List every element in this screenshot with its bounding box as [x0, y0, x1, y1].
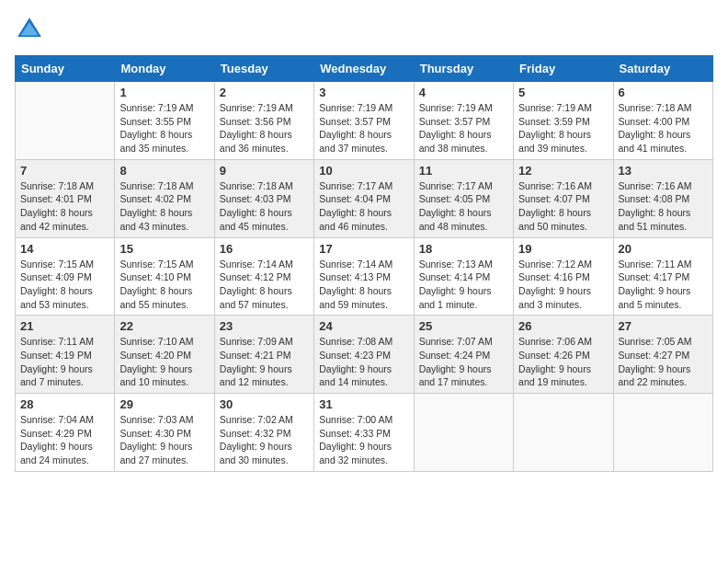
- day-info: Sunrise: 7:14 AM Sunset: 4:13 PM Dayligh…: [319, 258, 408, 312]
- calendar-cell: 11Sunrise: 7:17 AM Sunset: 4:05 PM Dayli…: [414, 159, 513, 237]
- calendar-cell: 7Sunrise: 7:18 AM Sunset: 4:01 PM Daylig…: [16, 159, 115, 237]
- day-info: Sunrise: 7:15 AM Sunset: 4:10 PM Dayligh…: [119, 258, 209, 312]
- calendar-cell: 8Sunrise: 7:18 AM Sunset: 4:02 PM Daylig…: [115, 159, 214, 237]
- day-info: Sunrise: 7:02 AM Sunset: 4:32 PM Dayligh…: [220, 413, 309, 467]
- day-number: 18: [419, 242, 508, 256]
- calendar-cell: 22Sunrise: 7:10 AM Sunset: 4:20 PM Dayli…: [115, 316, 214, 394]
- day-info: Sunrise: 7:18 AM Sunset: 4:03 PM Dayligh…: [220, 179, 309, 234]
- calendar-cell: 6Sunrise: 7:18 AM Sunset: 4:00 PM Daylig…: [613, 82, 712, 160]
- day-number: 11: [419, 164, 508, 178]
- day-number: 27: [619, 319, 708, 333]
- day-info: Sunrise: 7:15 AM Sunset: 4:09 PM Dayligh…: [20, 258, 109, 312]
- calendar-cell: 2Sunrise: 7:19 AM Sunset: 3:56 PM Daylig…: [214, 82, 313, 160]
- day-number: 24: [319, 319, 408, 333]
- day-number: 30: [220, 397, 309, 411]
- col-header-saturday: Saturday: [613, 56, 712, 82]
- day-number: 20: [619, 242, 708, 256]
- calendar-cell: 21Sunrise: 7:11 AM Sunset: 4:19 PM Dayli…: [16, 316, 115, 394]
- calendar-week-row: 28Sunrise: 7:04 AM Sunset: 4:29 PM Dayli…: [16, 394, 713, 472]
- day-info: Sunrise: 7:11 AM Sunset: 4:19 PM Dayligh…: [20, 335, 109, 389]
- calendar-cell: 29Sunrise: 7:03 AM Sunset: 4:30 PM Dayli…: [115, 394, 214, 472]
- day-info: Sunrise: 7:18 AM Sunset: 4:02 PM Dayligh…: [119, 179, 209, 234]
- day-number: 6: [619, 86, 708, 99]
- day-info: Sunrise: 7:00 AM Sunset: 4:33 PM Dayligh…: [319, 413, 408, 467]
- day-info: Sunrise: 7:07 AM Sunset: 4:24 PM Dayligh…: [419, 335, 508, 389]
- calendar-cell: 4Sunrise: 7:19 AM Sunset: 3:57 PM Daylig…: [414, 82, 513, 160]
- day-number: 7: [20, 164, 109, 178]
- day-info: Sunrise: 7:17 AM Sunset: 4:04 PM Dayligh…: [319, 179, 408, 234]
- day-number: 22: [119, 319, 209, 333]
- day-info: Sunrise: 7:17 AM Sunset: 4:05 PM Dayligh…: [419, 179, 508, 234]
- day-info: Sunrise: 7:19 AM Sunset: 3:57 PM Dayligh…: [419, 101, 508, 155]
- day-number: 28: [20, 397, 109, 411]
- day-number: 13: [619, 164, 708, 178]
- calendar-cell: 18Sunrise: 7:13 AM Sunset: 4:14 PM Dayli…: [414, 237, 513, 316]
- calendar-cell: 16Sunrise: 7:14 AM Sunset: 4:12 PM Dayli…: [214, 237, 313, 316]
- day-number: 14: [20, 242, 109, 256]
- day-info: Sunrise: 7:19 AM Sunset: 3:56 PM Dayligh…: [220, 101, 309, 155]
- day-info: Sunrise: 7:14 AM Sunset: 4:12 PM Dayligh…: [220, 258, 309, 312]
- day-number: 15: [119, 242, 209, 256]
- day-info: Sunrise: 7:06 AM Sunset: 4:26 PM Dayligh…: [518, 335, 608, 389]
- day-info: Sunrise: 7:05 AM Sunset: 4:27 PM Dayligh…: [619, 335, 708, 389]
- day-info: Sunrise: 7:12 AM Sunset: 4:16 PM Dayligh…: [518, 258, 608, 312]
- day-info: Sunrise: 7:08 AM Sunset: 4:23 PM Dayligh…: [319, 335, 408, 389]
- day-info: Sunrise: 7:10 AM Sunset: 4:20 PM Dayligh…: [119, 335, 209, 389]
- day-info: Sunrise: 7:19 AM Sunset: 3:57 PM Dayligh…: [319, 101, 408, 155]
- calendar-cell: 31Sunrise: 7:00 AM Sunset: 4:33 PM Dayli…: [314, 394, 414, 472]
- calendar-cell: 3Sunrise: 7:19 AM Sunset: 3:57 PM Daylig…: [314, 82, 414, 160]
- calendar-cell: 23Sunrise: 7:09 AM Sunset: 4:21 PM Dayli…: [214, 316, 313, 394]
- calendar-cell: [414, 394, 513, 472]
- day-info: Sunrise: 7:19 AM Sunset: 3:55 PM Dayligh…: [119, 101, 209, 155]
- col-header-wednesday: Wednesday: [314, 56, 414, 82]
- calendar-header-row: SundayMondayTuesdayWednesdayThursdayFrid…: [16, 56, 713, 82]
- day-number: 31: [319, 397, 408, 411]
- day-number: 5: [518, 86, 608, 99]
- calendar-cell: 12Sunrise: 7:16 AM Sunset: 4:07 PM Dayli…: [514, 159, 613, 237]
- day-info: Sunrise: 7:09 AM Sunset: 4:21 PM Dayligh…: [220, 335, 309, 389]
- calendar-week-row: 21Sunrise: 7:11 AM Sunset: 4:19 PM Dayli…: [16, 316, 713, 394]
- col-header-sunday: Sunday: [16, 56, 115, 82]
- calendar-cell: [613, 394, 712, 472]
- calendar-cell: 27Sunrise: 7:05 AM Sunset: 4:27 PM Dayli…: [613, 316, 712, 394]
- calendar-cell: 25Sunrise: 7:07 AM Sunset: 4:24 PM Dayli…: [414, 316, 513, 394]
- day-number: 25: [419, 319, 508, 333]
- col-header-friday: Friday: [514, 56, 613, 82]
- calendar-cell: 20Sunrise: 7:11 AM Sunset: 4:17 PM Dayli…: [613, 237, 712, 316]
- day-number: 3: [319, 86, 408, 99]
- calendar-cell: 26Sunrise: 7:06 AM Sunset: 4:26 PM Dayli…: [514, 316, 613, 394]
- calendar-cell: 19Sunrise: 7:12 AM Sunset: 4:16 PM Dayli…: [514, 237, 613, 316]
- col-header-tuesday: Tuesday: [214, 56, 313, 82]
- day-info: Sunrise: 7:18 AM Sunset: 4:01 PM Dayligh…: [20, 179, 109, 234]
- calendar-cell: 13Sunrise: 7:16 AM Sunset: 4:08 PM Dayli…: [613, 159, 712, 237]
- calendar-cell: 10Sunrise: 7:17 AM Sunset: 4:04 PM Dayli…: [314, 159, 414, 237]
- day-info: Sunrise: 7:13 AM Sunset: 4:14 PM Dayligh…: [419, 258, 508, 312]
- page-header: [15, 15, 713, 44]
- calendar-week-row: 7Sunrise: 7:18 AM Sunset: 4:01 PM Daylig…: [16, 159, 713, 237]
- day-number: 4: [419, 86, 508, 99]
- calendar-cell: 15Sunrise: 7:15 AM Sunset: 4:10 PM Dayli…: [115, 237, 214, 316]
- day-info: Sunrise: 7:16 AM Sunset: 4:08 PM Dayligh…: [619, 179, 708, 234]
- day-number: 8: [119, 164, 209, 178]
- logo-icon: [15, 15, 44, 44]
- day-info: Sunrise: 7:03 AM Sunset: 4:30 PM Dayligh…: [119, 413, 209, 467]
- calendar-cell: 17Sunrise: 7:14 AM Sunset: 4:13 PM Dayli…: [314, 237, 414, 316]
- calendar-cell: 5Sunrise: 7:19 AM Sunset: 3:59 PM Daylig…: [514, 82, 613, 160]
- day-info: Sunrise: 7:11 AM Sunset: 4:17 PM Dayligh…: [619, 258, 708, 312]
- day-number: 10: [319, 164, 408, 178]
- day-number: 12: [518, 164, 608, 178]
- day-number: 23: [220, 319, 309, 333]
- day-number: 16: [220, 242, 309, 256]
- calendar-cell: 24Sunrise: 7:08 AM Sunset: 4:23 PM Dayli…: [314, 316, 414, 394]
- day-number: 26: [518, 319, 608, 333]
- day-number: 17: [319, 242, 408, 256]
- day-number: 29: [119, 397, 209, 411]
- calendar-table: SundayMondayTuesdayWednesdayThursdayFrid…: [15, 55, 713, 472]
- day-number: 9: [220, 164, 309, 178]
- calendar-week-row: 14Sunrise: 7:15 AM Sunset: 4:09 PM Dayli…: [16, 237, 713, 316]
- day-number: 21: [20, 319, 109, 333]
- day-info: Sunrise: 7:16 AM Sunset: 4:07 PM Dayligh…: [518, 179, 608, 234]
- day-info: Sunrise: 7:04 AM Sunset: 4:29 PM Dayligh…: [20, 413, 109, 467]
- day-number: 2: [220, 86, 309, 99]
- col-header-monday: Monday: [115, 56, 214, 82]
